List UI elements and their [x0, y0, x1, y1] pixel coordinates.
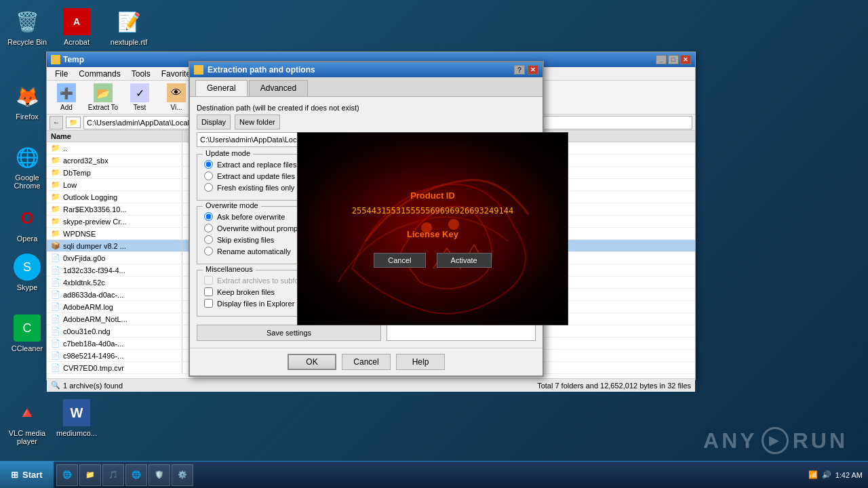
close-button[interactable]: ✕	[680, 55, 691, 64]
desktop-icon-nextuple[interactable]: 📝 nextuple.rtf	[105, 5, 153, 49]
activation-content: Product ID 25544315531555556969692669324…	[338, 177, 527, 281]
radio-extract-update-input[interactable]	[204, 171, 213, 180]
start-button[interactable]: ⊞ Start	[0, 462, 54, 489]
extraction-dialog-title: Extraction path and options	[208, 65, 514, 75]
menu-commands[interactable]: Commands	[73, 68, 125, 80]
dialog-close-button[interactable]: ✕	[528, 65, 538, 75]
desktop-icon-skype[interactable]: S Skype	[3, 251, 51, 294]
activation-cancel-button[interactable]: Cancel	[374, 253, 425, 268]
save-settings-button[interactable]: Save settings	[197, 325, 381, 341]
desktop-icon-acrobat[interactable]: A Acrobat	[53, 5, 100, 49]
taskbar-settings[interactable]: ⚙️	[172, 464, 193, 486]
radio-extract-replace-input[interactable]	[204, 160, 213, 169]
opera-icon: O	[14, 205, 41, 232]
help-button[interactable]: Help	[396, 354, 445, 370]
status-left: 🔍	[51, 381, 60, 390]
ccleaner-icon: C	[14, 314, 41, 342]
taskbar-folder[interactable]: 📁	[79, 464, 101, 486]
security-icon: 🛡️	[155, 470, 164, 479]
new-folder-button[interactable]: New folder	[235, 115, 280, 129]
view-label: Vi...	[170, 104, 182, 111]
window-controls: _ □ ✕	[656, 55, 691, 64]
winrar-status-bar: 🔍 1 archive(s) found Total 7 folders and…	[47, 378, 695, 392]
skype-icon: S	[14, 253, 41, 281]
product-id-label: Product ID	[352, 190, 513, 201]
toolbar-extract-to[interactable]: 📂 Extract To	[86, 82, 120, 113]
nextuple-label: nextuple.rtf	[111, 38, 147, 46]
extract-to-label: Extract To	[88, 104, 118, 111]
desktop-icon-recycle-bin[interactable]: 🗑️ Recycle Bin	[3, 5, 51, 49]
extraction-title-icon	[194, 65, 203, 75]
radio-skip-existing-input[interactable]	[204, 235, 213, 244]
chrome-taskbar-icon: 🌐	[132, 470, 141, 479]
checkbox-display-explorer-input[interactable]	[204, 299, 213, 308]
dialog-help-icon[interactable]: ?	[514, 65, 525, 75]
winrar-title: Temp	[63, 55, 84, 64]
ccleaner-label: CCleaner	[12, 344, 43, 352]
checkbox-extract-subfolders-input[interactable]	[204, 276, 213, 285]
cancel-button[interactable]: Cancel	[342, 354, 391, 370]
menu-file[interactable]: File	[50, 68, 73, 80]
firefox-icon: 🦊	[14, 83, 41, 110]
recycle-bin-icon: 🗑️	[14, 8, 41, 35]
product-id-value: 255443155315555569696926693249144	[352, 206, 513, 216]
desktop-icon-firefox[interactable]: 🦊 Firefox	[3, 80, 51, 123]
tab-advanced[interactable]: Advanced	[249, 80, 308, 96]
chrome-icon: 🌐	[14, 144, 41, 171]
radio-ask-before-input[interactable]	[204, 212, 213, 221]
column-name: Name	[47, 131, 182, 142]
display-button[interactable]: Display	[197, 115, 231, 129]
overwrite-mode-title: Overwrite mode	[203, 201, 261, 209]
desktop-icon-ccleaner[interactable]: C CCleaner	[3, 312, 51, 355]
checkbox-keep-broken-label: Keep broken files	[217, 288, 275, 296]
taskbar-tray: 📶 🔊 1:42 AM	[803, 470, 868, 479]
taskbar-security[interactable]: 🛡️	[149, 464, 170, 486]
radio-rename-auto-label: Rename automatically	[217, 247, 291, 256]
anyrun-watermark: ANY ▶ RUN	[703, 427, 848, 454]
desktop-icon-word[interactable]: W mediumco...	[53, 396, 100, 440]
radio-rename-auto-input[interactable]	[204, 247, 213, 256]
taskbar-apps: 🌐 📁 🎵 🌐 🛡️ ⚙️	[54, 464, 196, 486]
destination-buttons-row: Display New folder	[197, 115, 536, 129]
activation-overlay: Product ID 25544315531555556969692669324…	[297, 132, 568, 325]
taskbar: ⊞ Start 🌐 📁 🎵 🌐 🛡️	[0, 461, 868, 488]
word-icon: W	[63, 399, 90, 426]
test-icon: ✓	[130, 83, 149, 102]
tab-general[interactable]: General	[195, 80, 248, 96]
toolbar-add[interactable]: ➕ Add	[50, 82, 83, 113]
nextuple-icon: 📝	[115, 8, 142, 35]
add-label: Add	[60, 104, 73, 111]
desktop-icon-vlc[interactable]: 🔺 VLC media player	[3, 396, 51, 448]
start-label: Start	[22, 470, 43, 480]
desktop-icon-chrome[interactable]: 🌐 Google Chrome	[3, 141, 51, 192]
folder-icon: 📁	[85, 470, 95, 479]
license-key-label: License Key	[352, 229, 513, 239]
archive-count: 1 archive(s) found	[63, 382, 123, 390]
desktop-icon-opera[interactable]: O Opera	[3, 202, 51, 245]
menu-tools[interactable]: Tools	[126, 68, 156, 80]
settings-icon: ⚙️	[178, 470, 187, 479]
taskbar-chrome[interactable]: 🌐	[125, 464, 147, 486]
address-back-button[interactable]: ←	[50, 116, 63, 129]
firefox-label: Firefox	[16, 113, 39, 121]
tray-network-icon: 📶	[808, 470, 818, 479]
activation-activate-button[interactable]: Activate	[437, 253, 492, 268]
radio-fresh-existing-input[interactable]	[204, 183, 213, 192]
ok-button[interactable]: OK	[288, 354, 336, 370]
checkbox-keep-broken-input[interactable]	[204, 287, 213, 296]
vlc-label: VLC media player	[6, 429, 48, 445]
dialog-buttons: OK Cancel Help	[190, 348, 542, 375]
extraction-dialog-titlebar: Extraction path and options ? ✕	[190, 62, 542, 77]
radio-overwrite-no-prompt-input[interactable]	[204, 224, 213, 232]
test-label: Test	[134, 104, 146, 111]
taskbar-media[interactable]: 🎵	[102, 464, 124, 486]
destination-label: Destination path (will be created if doe…	[197, 104, 536, 112]
taskbar-ie[interactable]: 🌐	[56, 464, 78, 486]
toolbar-test[interactable]: ✓ Test	[123, 82, 157, 113]
add-icon: ➕	[57, 83, 76, 102]
opera-label: Opera	[17, 235, 38, 243]
maximize-button[interactable]: □	[668, 55, 679, 64]
word-label: mediumco...	[56, 429, 97, 437]
minimize-button[interactable]: _	[656, 55, 667, 64]
update-mode-title: Update mode	[203, 149, 253, 157]
